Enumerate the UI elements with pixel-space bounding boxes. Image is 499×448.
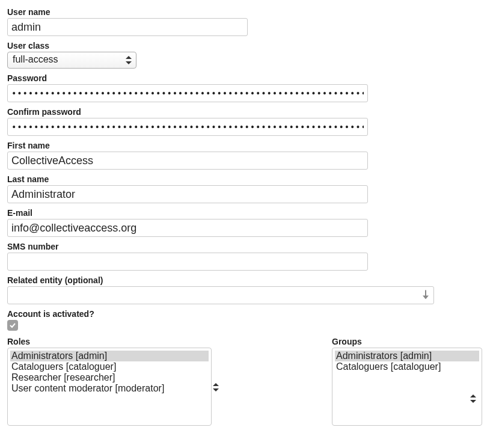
last-name-label: Last name [7, 174, 492, 184]
password-input[interactable] [7, 84, 368, 102]
userclass-select[interactable]: full-access [7, 52, 136, 69]
related-entity-label: Related entity (optional) [7, 275, 492, 285]
svg-marker-4 [213, 383, 219, 386]
confirm-password-label: Confirm password [7, 107, 492, 117]
arrow-down-icon[interactable] [422, 290, 429, 301]
list-item[interactable]: Cataloguers [cataloguer] [10, 361, 209, 372]
svg-marker-6 [470, 394, 476, 397]
svg-marker-3 [423, 296, 429, 299]
roles-label: Roles [7, 337, 212, 346]
first-name-label: First name [7, 141, 492, 150]
username-label: User name [7, 7, 492, 17]
sms-input[interactable] [7, 253, 368, 271]
list-item[interactable]: Administrators [admin] [10, 351, 209, 361]
activated-label: Account is activated? [7, 309, 492, 319]
userclass-label: User class [7, 41, 492, 51]
list-item[interactable]: Administrators [admin] [335, 351, 479, 361]
chevron-down-icon [126, 56, 132, 64]
username-input[interactable] [7, 18, 248, 36]
related-entity-input[interactable] [7, 286, 434, 304]
chevron-down-icon[interactable] [470, 394, 476, 405]
list-item[interactable]: User content moderator [moderator] [10, 383, 209, 394]
chevron-down-icon[interactable] [213, 383, 219, 393]
last-name-input[interactable] [7, 185, 368, 203]
groups-label: Groups [332, 337, 482, 346]
activated-checkbox[interactable] [7, 320, 18, 331]
groups-listbox[interactable]: Administrators [admin]Cataloguers [catal… [332, 348, 482, 426]
sms-label: SMS number [7, 242, 492, 251]
first-name-input[interactable] [7, 152, 368, 170]
svg-marker-1 [126, 61, 132, 64]
roles-listbox[interactable]: Administrators [admin]Cataloguers [catal… [7, 348, 212, 426]
confirm-password-input[interactable] [7, 118, 368, 136]
list-item[interactable]: Researcher [researcher] [10, 372, 209, 383]
email-input[interactable] [7, 219, 368, 237]
svg-marker-0 [126, 56, 132, 59]
svg-marker-5 [213, 388, 219, 391]
userclass-value: full-access [13, 54, 58, 64]
password-label: Password [7, 73, 492, 83]
list-item[interactable]: Cataloguers [cataloguer] [335, 361, 479, 372]
svg-marker-7 [470, 400, 476, 403]
email-label: E-mail [7, 208, 492, 218]
